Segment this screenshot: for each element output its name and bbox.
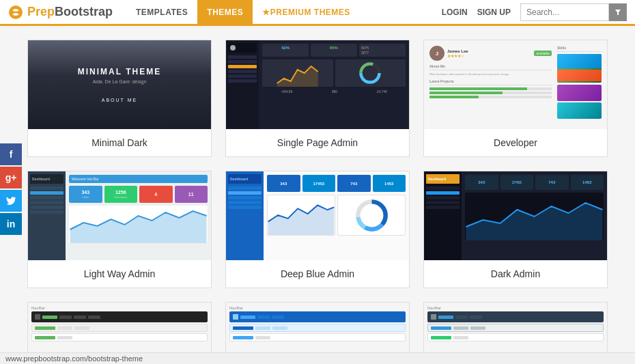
facebook-button[interactable]: f: [0, 143, 22, 165]
svg-marker-1: [615, 10, 621, 15]
main-content: MINIMAL THEME Aida. De La Gare: design A…: [0, 26, 635, 364]
theme-thumbnail-deepblue: Dashboard 343: [226, 171, 409, 260]
google-plus-button[interactable]: g+: [0, 167, 22, 188]
header: PrepBootstrap TEMPLATES THEMES PREMIUM T…: [0, 0, 635, 26]
filter-icon: [615, 9, 621, 16]
theme-title-spa: Single Page Admin: [226, 129, 409, 156]
logo[interactable]: PrepBootstrap: [8, 5, 113, 20]
bottom-themes-grid: NavBar: [27, 302, 608, 353]
nav-templates[interactable]: TEMPLATES: [126, 0, 197, 25]
url-bar: www.prepbootstrap.com/bootstrap-theme: [0, 352, 635, 364]
theme-thumbnail-spa: 42% 65% 6075 3277: [226, 40, 409, 129]
theme-card-deepblue[interactable]: Dashboard 343: [225, 171, 410, 288]
theme-thumbnail-minimal-dark: MINIMAL THEME Aida. De La Gare: design A…: [28, 40, 211, 129]
signup-link[interactable]: SIGN UP: [477, 8, 511, 17]
logo-icon: [8, 5, 23, 20]
theme-card-navbar1[interactable]: NavBar: [27, 302, 212, 353]
login-link[interactable]: LOGIN: [442, 8, 468, 17]
header-right: LOGIN SIGN UP: [442, 3, 627, 21]
themes-grid: MINIMAL THEME Aida. De La Gare: design A…: [27, 40, 608, 288]
theme-card-dba[interactable]: Dashboard 343: [423, 171, 608, 288]
theme-title-lwa: Light Way Admin: [28, 260, 211, 288]
social-sidebar: f g+ in: [0, 143, 22, 236]
main-nav: TEMPLATES THEMES PREMIUM THEMES: [126, 0, 360, 24]
twitter-icon: [6, 197, 16, 205]
logo-text: PrepBootstrap: [27, 5, 113, 19]
search-input[interactable]: [520, 3, 609, 21]
twitter-button[interactable]: [0, 190, 22, 212]
theme-card-lwa[interactable]: Dashboard Welcome Info Bar: [27, 171, 212, 288]
theme-card-spa[interactable]: 42% 65% 6075 3277: [225, 40, 410, 157]
search-button[interactable]: [609, 3, 627, 21]
theme-card-minimal-dark[interactable]: MINIMAL THEME Aida. De La Gare: design A…: [27, 40, 212, 157]
search-box: [520, 3, 627, 21]
theme-thumbnail-dba: Dashboard 343: [424, 171, 607, 260]
theme-card-developer[interactable]: J James Lee ★★★★☆ available About Me Web…: [423, 40, 608, 157]
theme-thumbnail-developer: J James Lee ★★★★☆ available About Me Web…: [424, 40, 607, 129]
svg-marker-12: [466, 203, 603, 240]
svg-point-0: [9, 5, 23, 19]
theme-thumbnail-lwa: Dashboard Welcome Info Bar: [28, 171, 211, 260]
linkedin-button[interactable]: in: [0, 213, 22, 235]
theme-title-developer: Developer: [424, 129, 607, 156]
nav-themes[interactable]: THEMES: [197, 0, 253, 25]
nav-premium[interactable]: PREMIUM THEMES: [253, 0, 360, 25]
theme-title-dba: Dark Admin: [424, 260, 607, 288]
theme-title-minimal-dark: Minimal Dark: [28, 129, 211, 156]
theme-card-navbar3[interactable]: NavBar: [423, 302, 608, 353]
theme-title-deepblue: Deep Blue Admin: [226, 260, 409, 288]
theme-card-navbar2[interactable]: NavBar: [225, 302, 410, 353]
